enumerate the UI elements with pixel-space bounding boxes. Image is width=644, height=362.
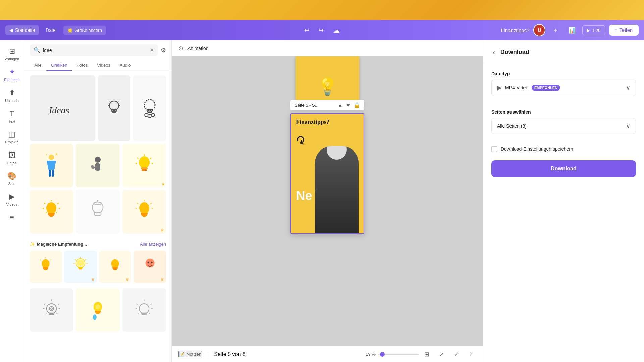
back-to-home-button[interactable]: ◀ Startseite: [5, 25, 39, 35]
sidebar-item-videos[interactable]: ▶ Videos: [2, 190, 22, 209]
list-item[interactable]: [30, 288, 73, 332]
help-button[interactable]: ?: [466, 349, 476, 360]
svg-line-30: [137, 158, 138, 159]
svg-point-25: [139, 156, 150, 168]
svg-line-8: [110, 101, 110, 102]
sidebar-item-uploads[interactable]: ⬆ Uploads: [2, 86, 22, 105]
svg-point-67: [151, 262, 153, 263]
redo-button[interactable]: ↪: [316, 25, 326, 35]
share-label: Teilen: [620, 27, 633, 33]
tab-videos[interactable]: Videos: [92, 60, 115, 71]
magic-header: ✨ Magische Empfehlung... Alle anzeigen: [30, 239, 166, 251]
svg-rect-11: [148, 111, 152, 112]
assets-grid: Ideas: [24, 71, 171, 362]
svg-line-83: [151, 304, 152, 305]
save-settings-label: Download-Einstellungen speichern: [501, 146, 573, 152]
page-nav-bar: Seite 5 - S... ▲ ▼ 🔒: [290, 100, 364, 110]
list-item[interactable]: [98, 75, 131, 141]
notes-button[interactable]: 📝 Notizen: [178, 351, 202, 357]
svg-point-45: [139, 202, 149, 214]
cloud-save-button[interactable]: ☁: [330, 25, 342, 36]
magic-all-button[interactable]: Alle anzeigen: [140, 242, 166, 247]
svg-point-89: [139, 304, 149, 313]
list-item[interactable]: ♛: [134, 251, 166, 283]
svg-line-7: [118, 101, 118, 102]
svg-line-54: [40, 259, 41, 260]
search-input[interactable]: [43, 48, 147, 53]
user-avatar[interactable]: U: [533, 24, 545, 36]
download-back-button[interactable]: ‹: [491, 47, 496, 57]
zoom-slider[interactable]: [378, 354, 419, 355]
resize-button[interactable]: 🌟 Größe ändern: [63, 26, 106, 35]
seiten-dropdown-chevron-icon: ∨: [626, 122, 630, 130]
list-item[interactable]: [76, 190, 119, 234]
asset-row-2: ★ ✦: [30, 144, 166, 187]
page-down-button[interactable]: ▼: [345, 102, 351, 108]
grid-view-button[interactable]: ⊞: [421, 349, 432, 360]
undo-button[interactable]: ↩: [302, 25, 312, 35]
slide-ne-text: Ne: [296, 189, 312, 203]
check-button[interactable]: ✓: [451, 349, 462, 360]
assets-panel: 🔍 ✕ ⚙ Alle Grafiken Fotos Videos Audio I…: [24, 40, 172, 362]
list-item[interactable]: ★ ✦: [30, 144, 73, 187]
sidebar-item-stile[interactable]: 🎨 Stile: [2, 169, 22, 188]
list-item[interactable]: [76, 144, 119, 187]
svg-line-74: [45, 313, 47, 314]
dateityp-value: MP4-Video: [505, 85, 528, 90]
page-lock-icon: 🔒: [354, 102, 360, 108]
list-item[interactable]: [30, 251, 62, 283]
tab-audio[interactable]: Audio: [115, 60, 136, 71]
clear-search-button[interactable]: ✕: [150, 47, 154, 53]
svg-point-81: [93, 314, 97, 320]
animation-label: Animation: [187, 46, 208, 51]
page-bar-text: Seite 5 - S...: [294, 103, 335, 108]
sidebar-item-vorlagen[interactable]: ⊞ Vorlagen: [2, 44, 22, 64]
svg-point-14: [151, 113, 155, 117]
seiten-label: Seiten auswählen: [491, 109, 636, 115]
page-up-button[interactable]: ▲: [337, 102, 343, 108]
save-settings-checkbox[interactable]: [491, 146, 497, 152]
header-center: ↩ ↪ ☁: [302, 25, 342, 36]
share-button[interactable]: ↑ Teilen: [609, 25, 639, 36]
sidebar-item-text[interactable]: T Text: [2, 107, 22, 126]
list-item[interactable]: Ideas: [30, 75, 95, 141]
svg-line-70: [44, 304, 45, 305]
list-item[interactable]: ♛: [99, 251, 131, 283]
svg-text:★: ★: [55, 152, 58, 157]
list-item[interactable]: ♛: [122, 190, 166, 234]
back-label: Startseite: [15, 27, 35, 33]
download-button[interactable]: Download: [491, 160, 636, 177]
seiten-dropdown[interactable]: Alle Seiten (8) ∨: [491, 118, 636, 134]
list-item[interactable]: [76, 288, 119, 332]
dateityp-dropdown[interactable]: ▶ MP4-Video EMPFOHLEN ∨: [491, 80, 636, 96]
list-item[interactable]: [30, 190, 73, 234]
sidebar-item-fotos[interactable]: 🖼 Fotos: [2, 148, 22, 168]
analytics-button[interactable]: 📊: [566, 25, 578, 35]
svg-point-66: [148, 262, 149, 263]
svg-point-56: [77, 260, 84, 266]
list-item[interactable]: ♛: [122, 144, 166, 187]
sidebar-item-elemente[interactable]: ✦ Elemente: [2, 65, 22, 84]
sidebar-item-more[interactable]: ≡: [2, 210, 22, 225]
add-collaborator-button[interactable]: ＋: [549, 24, 561, 36]
canvas-viewport[interactable]: 💡 Seite 5 - S... ▲ ▼ 🔒 Finanztipps? ↻ Ne: [172, 56, 483, 346]
slide-person: [315, 133, 364, 233]
search-bar: 🔍 ✕ ⚙: [24, 40, 171, 60]
list-item[interactable]: [122, 288, 166, 332]
tab-grafiken[interactable]: Grafiken: [46, 60, 72, 71]
filter-button[interactable]: ⚙: [161, 47, 166, 54]
play-button[interactable]: ▶ 1:20: [582, 25, 605, 35]
list-item[interactable]: [133, 75, 166, 141]
dateityp-label: Dateityp: [491, 71, 636, 76]
file-menu-button[interactable]: Datei: [43, 26, 59, 34]
svg-rect-3: [112, 111, 116, 113]
slide-title: Finanztipps?: [291, 114, 364, 128]
main-slide[interactable]: Finanztipps? ↻ Ne: [290, 113, 364, 234]
fullscreen-button[interactable]: ⤢: [436, 349, 447, 360]
sidebar-item-projekte[interactable]: ◫ Projekte: [2, 127, 22, 147]
projekte-icon: ◫: [8, 130, 15, 139]
list-item[interactable]: ♛: [64, 251, 97, 283]
svg-line-35: [57, 203, 58, 204]
tab-alle[interactable]: Alle: [30, 60, 46, 71]
tab-fotos[interactable]: Fotos: [72, 60, 93, 71]
